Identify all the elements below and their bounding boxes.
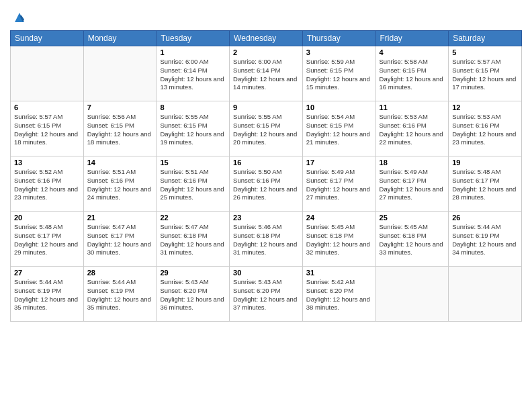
day-info: Sunrise: 5:52 AM Sunset: 6:16 PM Dayligh… (14, 168, 80, 202)
day-info: Sunrise: 5:48 AM Sunset: 6:17 PM Dayligh… (452, 168, 518, 202)
day-info: Sunrise: 5:47 AM Sunset: 6:18 PM Dayligh… (160, 223, 226, 257)
day-number: 7 (87, 103, 153, 111)
day-info: Sunrise: 5:43 AM Sunset: 6:20 PM Dayligh… (160, 278, 226, 312)
day-number: 11 (380, 103, 445, 111)
calendar-cell: 17Sunrise: 5:49 AM Sunset: 6:17 PM Dayli… (302, 156, 375, 212)
day-number: 20 (14, 214, 80, 222)
calendar-week-1: 1Sunrise: 6:00 AM Sunset: 6:14 PM Daylig… (11, 46, 522, 101)
day-info: Sunrise: 5:57 AM Sunset: 6:15 PM Dayligh… (14, 113, 80, 147)
calendar-cell: 2Sunrise: 6:00 AM Sunset: 6:14 PM Daylig… (230, 46, 303, 101)
calendar-cell (449, 267, 522, 322)
day-info: Sunrise: 5:53 AM Sunset: 6:16 PM Dayligh… (452, 113, 518, 147)
logo (10, 10, 27, 25)
day-number: 1 (160, 48, 226, 56)
day-info: Sunrise: 6:00 AM Sunset: 6:14 PM Dayligh… (233, 58, 299, 92)
calendar-cell: 24Sunrise: 5:45 AM Sunset: 6:18 PM Dayli… (302, 212, 375, 267)
calendar-header-row: SundayMondayTuesdayWednesdayThursdayFrid… (11, 31, 522, 46)
calendar-cell: 12Sunrise: 5:53 AM Sunset: 6:16 PM Dayli… (449, 101, 522, 156)
day-number: 24 (306, 214, 372, 222)
day-number: 23 (233, 214, 299, 222)
calendar-cell: 22Sunrise: 5:47 AM Sunset: 6:18 PM Dayli… (157, 212, 230, 267)
calendar-cell: 4Sunrise: 5:58 AM Sunset: 6:15 PM Daylig… (375, 46, 449, 101)
day-info: Sunrise: 5:51 AM Sunset: 6:16 PM Dayligh… (87, 168, 153, 202)
day-number: 29 (160, 269, 226, 277)
calendar-cell: 19Sunrise: 5:48 AM Sunset: 6:17 PM Dayli… (449, 156, 522, 212)
calendar-cell: 20Sunrise: 5:48 AM Sunset: 6:17 PM Dayli… (11, 212, 84, 267)
calendar-cell: 6Sunrise: 5:57 AM Sunset: 6:15 PM Daylig… (11, 101, 84, 156)
day-number: 14 (87, 158, 153, 167)
calendar-cell (11, 46, 84, 101)
day-info: Sunrise: 5:49 AM Sunset: 6:17 PM Dayligh… (306, 168, 372, 202)
calendar-week-5: 27Sunrise: 5:44 AM Sunset: 6:19 PM Dayli… (11, 267, 522, 322)
calendar-cell: 9Sunrise: 5:55 AM Sunset: 6:15 PM Daylig… (230, 101, 303, 156)
day-number: 19 (452, 158, 518, 167)
day-info: Sunrise: 5:44 AM Sunset: 6:19 PM Dayligh… (14, 278, 80, 312)
day-number: 4 (380, 48, 445, 56)
page: SundayMondayTuesdayWednesdayThursdayFrid… (0, 0, 532, 411)
day-number: 10 (306, 103, 372, 111)
day-number: 9 (233, 103, 299, 111)
calendar-week-2: 6Sunrise: 5:57 AM Sunset: 6:15 PM Daylig… (11, 101, 522, 156)
calendar-table: SundayMondayTuesdayWednesdayThursdayFrid… (10, 30, 522, 322)
calendar-header-wednesday: Wednesday (230, 31, 303, 46)
day-info: Sunrise: 5:44 AM Sunset: 6:19 PM Dayligh… (452, 223, 518, 257)
calendar-cell: 1Sunrise: 6:00 AM Sunset: 6:14 PM Daylig… (157, 46, 230, 101)
calendar-cell: 23Sunrise: 5:46 AM Sunset: 6:18 PM Dayli… (230, 212, 303, 267)
calendar-cell: 27Sunrise: 5:44 AM Sunset: 6:19 PM Dayli… (11, 267, 84, 322)
day-info: Sunrise: 5:55 AM Sunset: 6:15 PM Dayligh… (160, 113, 226, 147)
header (10, 7, 522, 25)
calendar-header-saturday: Saturday (449, 31, 522, 46)
calendar-cell: 21Sunrise: 5:47 AM Sunset: 6:17 PM Dayli… (83, 212, 157, 267)
day-info: Sunrise: 5:42 AM Sunset: 6:20 PM Dayligh… (306, 278, 372, 312)
day-number: 15 (160, 158, 226, 167)
calendar-cell: 8Sunrise: 5:55 AM Sunset: 6:15 PM Daylig… (157, 101, 230, 156)
calendar-cell: 28Sunrise: 5:44 AM Sunset: 6:19 PM Dayli… (83, 267, 157, 322)
calendar-cell: 7Sunrise: 5:56 AM Sunset: 6:15 PM Daylig… (83, 101, 157, 156)
calendar-cell: 15Sunrise: 5:51 AM Sunset: 6:16 PM Dayli… (157, 156, 230, 212)
calendar-header-monday: Monday (83, 31, 157, 46)
calendar-cell: 29Sunrise: 5:43 AM Sunset: 6:20 PM Dayli… (157, 267, 230, 322)
day-number: 27 (14, 269, 80, 277)
day-info: Sunrise: 5:54 AM Sunset: 6:15 PM Dayligh… (306, 113, 372, 147)
logo-icon (12, 10, 27, 25)
calendar-cell: 10Sunrise: 5:54 AM Sunset: 6:15 PM Dayli… (302, 101, 375, 156)
calendar-cell: 16Sunrise: 5:50 AM Sunset: 6:16 PM Dayli… (230, 156, 303, 212)
calendar-cell: 13Sunrise: 5:52 AM Sunset: 6:16 PM Dayli… (11, 156, 84, 212)
calendar-cell (375, 267, 449, 322)
calendar-cell: 3Sunrise: 5:59 AM Sunset: 6:15 PM Daylig… (302, 46, 375, 101)
calendar-cell: 26Sunrise: 5:44 AM Sunset: 6:19 PM Dayli… (449, 212, 522, 267)
day-number: 2 (233, 48, 299, 56)
day-number: 22 (160, 214, 226, 222)
day-number: 16 (233, 158, 299, 167)
calendar-cell: 5Sunrise: 5:57 AM Sunset: 6:15 PM Daylig… (449, 46, 522, 101)
day-info: Sunrise: 5:51 AM Sunset: 6:16 PM Dayligh… (160, 168, 226, 202)
day-info: Sunrise: 5:50 AM Sunset: 6:16 PM Dayligh… (233, 168, 299, 202)
day-number: 17 (306, 158, 372, 167)
calendar-header-thursday: Thursday (302, 31, 375, 46)
day-number: 8 (160, 103, 226, 111)
calendar-cell: 25Sunrise: 5:45 AM Sunset: 6:18 PM Dayli… (375, 212, 449, 267)
day-info: Sunrise: 5:49 AM Sunset: 6:17 PM Dayligh… (380, 168, 445, 202)
calendar-cell: 14Sunrise: 5:51 AM Sunset: 6:16 PM Dayli… (83, 156, 157, 212)
day-info: Sunrise: 5:57 AM Sunset: 6:15 PM Dayligh… (452, 58, 518, 92)
day-number: 12 (452, 103, 518, 111)
calendar-cell: 18Sunrise: 5:49 AM Sunset: 6:17 PM Dayli… (375, 156, 449, 212)
calendar-cell: 31Sunrise: 5:42 AM Sunset: 6:20 PM Dayli… (302, 267, 375, 322)
day-info: Sunrise: 5:55 AM Sunset: 6:15 PM Dayligh… (233, 113, 299, 147)
day-info: Sunrise: 5:45 AM Sunset: 6:18 PM Dayligh… (306, 223, 372, 257)
day-info: Sunrise: 5:47 AM Sunset: 6:17 PM Dayligh… (87, 223, 153, 257)
day-number: 30 (233, 269, 299, 277)
day-number: 13 (14, 158, 80, 167)
day-info: Sunrise: 5:53 AM Sunset: 6:16 PM Dayligh… (380, 113, 445, 147)
day-number: 26 (452, 214, 518, 222)
calendar-header-sunday: Sunday (11, 31, 84, 46)
day-info: Sunrise: 5:46 AM Sunset: 6:18 PM Dayligh… (233, 223, 299, 257)
day-info: Sunrise: 6:00 AM Sunset: 6:14 PM Dayligh… (160, 58, 226, 92)
calendar-week-4: 20Sunrise: 5:48 AM Sunset: 6:17 PM Dayli… (11, 212, 522, 267)
day-number: 31 (306, 269, 372, 277)
day-info: Sunrise: 5:48 AM Sunset: 6:17 PM Dayligh… (14, 223, 80, 257)
day-number: 28 (87, 269, 153, 277)
calendar-cell: 30Sunrise: 5:43 AM Sunset: 6:20 PM Dayli… (230, 267, 303, 322)
calendar-header-tuesday: Tuesday (157, 31, 230, 46)
day-info: Sunrise: 5:43 AM Sunset: 6:20 PM Dayligh… (233, 278, 299, 312)
